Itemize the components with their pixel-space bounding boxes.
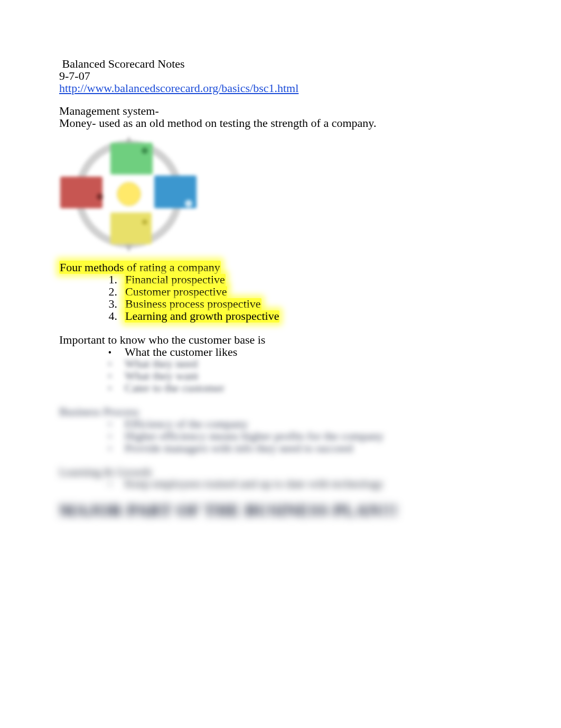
svg-point-5 <box>117 182 141 206</box>
list-item: • Cater to the customer <box>102 382 503 394</box>
list-item-text: Financial prospective <box>125 274 226 286</box>
title-text: Balanced Scorecard Notes <box>62 57 185 70</box>
mgmt-system-label: Management system- <box>59 105 503 117</box>
bullet-icon: • <box>102 480 117 490</box>
list-item-text: What they need <box>125 358 198 370</box>
doc-date: 9-7-07 <box>59 70 503 82</box>
svg-rect-10 <box>110 213 152 244</box>
list-item: • Efficiency of the company <box>102 418 503 430</box>
list-item-text: Business process prospective <box>125 298 261 310</box>
list-item-text: Customer prospective <box>125 286 227 298</box>
learning-growth-heading: Learning & Growth <box>59 466 503 478</box>
list-item-text: What the customer likes <box>125 346 237 358</box>
list-item-text: What they want <box>125 370 198 382</box>
svg-rect-12 <box>60 177 102 208</box>
list-item-text: Higher efficiency means higher profits f… <box>125 430 384 443</box>
scorecard-diagram <box>50 133 503 257</box>
svg-point-9 <box>185 200 192 207</box>
bullet-icon: • <box>102 348 117 358</box>
list-item: 2. Customer prospective <box>102 286 503 298</box>
bullet-icon: • <box>102 372 117 382</box>
list-item: • What they need <box>102 358 503 370</box>
list-item: • Higher efficiency means higher profits… <box>102 430 503 443</box>
customer-list: • What the customer likes • What they ne… <box>59 346 503 395</box>
learning-growth-list: • Keep employees trained and up to date … <box>59 478 503 490</box>
list-item-text: Keep employees trained and up to date wi… <box>125 478 384 490</box>
money-line: Money- used as an old method on testing … <box>59 117 503 130</box>
footer-emphasis: MAJOR PART OF THE BUSINESS PLAN!!! <box>59 502 503 519</box>
svg-point-7 <box>142 148 148 154</box>
methods-list: 1. Financial prospective 2. Customer pro… <box>59 274 503 322</box>
list-item: • Provide managers with info they need t… <box>102 443 503 455</box>
bullet-icon: • <box>102 360 117 370</box>
bullet-icon: • <box>102 384 117 394</box>
svg-point-13 <box>97 193 103 200</box>
list-item-text: Learning and growth prospective <box>125 310 279 322</box>
list-item-text: Cater to the customer <box>125 382 225 394</box>
customer-heading: Important to know who the customer base … <box>59 334 503 346</box>
four-methods-heading-text: Four methods of rating a company <box>59 261 221 274</box>
list-number: 4. <box>102 310 117 322</box>
doc-title: Balanced Scorecard Notes <box>59 58 503 70</box>
bullet-icon: • <box>102 444 117 454</box>
source-link[interactable]: http://www.balancedscorecard.org/basics/… <box>59 81 298 95</box>
bullet-icon: • <box>102 432 117 442</box>
list-item-text: Efficiency of the company <box>125 418 248 430</box>
svg-rect-6 <box>110 143 153 174</box>
list-item: 4. Learning and growth prospective <box>102 310 503 322</box>
list-item: • Keep employees trained and up to date … <box>102 478 503 490</box>
list-number: 3. <box>102 298 117 310</box>
list-item: • What they want <box>102 370 503 382</box>
svg-point-11 <box>142 219 147 225</box>
business-process-heading: Business Process <box>59 406 503 418</box>
business-process-list: • Efficiency of the company • Higher eff… <box>59 418 503 455</box>
doc-url: http://www.balancedscorecard.org/basics/… <box>59 82 503 95</box>
list-item-text: Provide managers with info they need to … <box>125 443 353 455</box>
list-number: 2. <box>102 286 117 298</box>
list-item: 1. Financial prospective <box>102 274 503 286</box>
bullet-icon: • <box>102 420 117 430</box>
four-methods-heading: Four methods of rating a company <box>59 262 503 274</box>
list-item: 3. Business process prospective <box>102 298 503 310</box>
list-item: • What the customer likes <box>102 346 503 358</box>
list-number: 1. <box>102 274 117 286</box>
